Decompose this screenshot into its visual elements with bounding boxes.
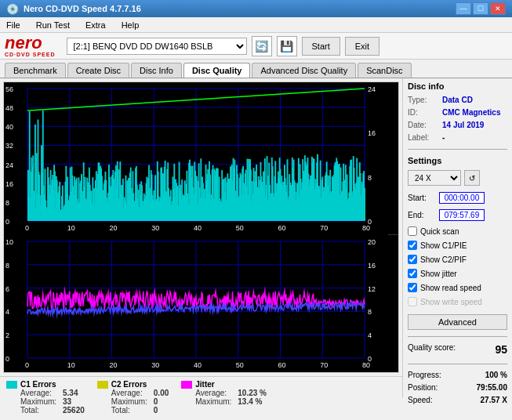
speed-label: Speed: xyxy=(408,396,433,404)
quality-score-value: 95 xyxy=(495,343,507,356)
main-content: C1 Errors Average: 5.34 Maximum: 33 Tota… xyxy=(0,78,512,398)
disc-id-row: ID: CMC Magnetics xyxy=(408,108,507,117)
window-controls: — ☐ ✕ xyxy=(456,2,506,15)
maximize-button[interactable]: ☐ xyxy=(473,2,488,15)
show-write-speed-row: Show write speed xyxy=(408,297,507,306)
tab-advanced-disc-quality[interactable]: Advanced Disc Quality xyxy=(252,63,356,78)
c2-max-value: 0 xyxy=(154,397,158,406)
disc-info-title: Disc info xyxy=(408,81,507,91)
disc-date-row: Date: 14 Jul 2019 xyxy=(408,121,507,129)
drive-select[interactable]: [2:1] BENQ DVD DD DW1640 BSLB xyxy=(67,38,247,55)
c2-label: C2 Errors xyxy=(111,380,147,389)
advanced-button[interactable]: Advanced xyxy=(408,314,507,330)
menu-help[interactable]: Help xyxy=(118,20,143,31)
settings-title: Settings xyxy=(408,156,507,165)
menu-file[interactable]: File xyxy=(3,20,24,31)
legend-jitter: Jitter Average: 10.23 % Maximum: 13.4 % xyxy=(181,380,267,415)
show-c1-pie-checkbox[interactable] xyxy=(408,241,417,250)
legend-c2-title: C2 Errors xyxy=(97,380,169,389)
chart-area xyxy=(3,81,399,373)
divider-1 xyxy=(408,149,507,150)
c1-max-label: Maximum: xyxy=(20,397,60,406)
disc-id-value: CMC Magnetics xyxy=(442,108,500,117)
legend-c1: C1 Errors Average: 5.34 Maximum: 33 Tota… xyxy=(6,380,85,415)
side-panel: Disc info Type: Data CD ID: CMC Magnetic… xyxy=(402,78,512,398)
position-label: Position: xyxy=(408,383,438,392)
c1-label: C1 Errors xyxy=(20,380,56,389)
tab-disc-quality[interactable]: Disc Quality xyxy=(183,63,251,78)
c2-total-row: Total: 0 xyxy=(111,406,169,415)
menu-extra[interactable]: Extra xyxy=(82,20,109,31)
c2-avg-value: 0.00 xyxy=(154,389,169,397)
save-icon-button[interactable]: 💾 xyxy=(277,36,297,56)
show-write-speed-checkbox[interactable] xyxy=(408,297,417,306)
show-c1-pie-label: Show C1/PIE xyxy=(420,241,467,250)
c2-avg-row: Average: 0.00 xyxy=(111,389,169,397)
jitter-max-value: 13.4 % xyxy=(238,397,262,406)
speed-row-progress: Speed: 27.57 X xyxy=(408,396,507,404)
settings-refresh-button[interactable]: ↺ xyxy=(464,170,480,186)
title-bar: 💿 Nero CD-DVD Speed 4.7.7.16 — ☐ ✕ xyxy=(0,0,512,17)
c1-avg-value: 5.34 xyxy=(63,389,78,397)
upper-chart xyxy=(4,82,398,235)
quality-score-label: Quality score: xyxy=(408,343,456,356)
end-time-label: End: xyxy=(408,211,436,219)
show-read-speed-label: Show read speed xyxy=(420,284,481,292)
jitter-color-swatch xyxy=(181,381,192,389)
c2-color-swatch xyxy=(97,381,108,389)
divider-2 xyxy=(408,336,507,337)
nero-sub-logo: CD·DVD SPEED xyxy=(5,52,56,57)
jitter-avg-value: 10.23 % xyxy=(238,389,267,397)
nero-logo-block: nero CD·DVD SPEED xyxy=(5,34,56,57)
tab-bar: Benchmark Create Disc Disc Info Disc Qua… xyxy=(0,60,512,78)
exit-button[interactable]: Exit xyxy=(345,37,379,56)
start-time-row: Start: 000:00.00 xyxy=(408,192,507,204)
quality-score-row: Quality score: 95 xyxy=(408,343,507,356)
jitter-max-label: Maximum: xyxy=(195,397,234,406)
app-title: Nero CD-DVD Speed 4.7.7.16 xyxy=(24,4,141,13)
quick-scan-checkbox[interactable] xyxy=(408,226,417,236)
disc-label-row: Label: - xyxy=(408,133,507,142)
start-button[interactable]: Start xyxy=(302,37,340,56)
show-c2-pif-checkbox[interactable] xyxy=(408,255,417,264)
lower-chart xyxy=(4,235,398,372)
show-c2-pif-row: Show C2/PIF xyxy=(408,255,507,264)
speed-value: 27.57 X xyxy=(481,396,507,404)
disc-date-value: 14 Jul 2019 xyxy=(442,121,484,129)
legend-jitter-title: Jitter xyxy=(181,380,267,389)
app-icon: 💿 xyxy=(6,3,19,15)
quick-scan-label: Quick scan xyxy=(420,227,459,236)
toolbar: nero CD·DVD SPEED [2:1] BENQ DVD DD DW16… xyxy=(0,33,512,60)
disc-type-label: Type: xyxy=(408,96,439,104)
menu-runtest[interactable]: Run Test xyxy=(33,20,73,31)
disc-date-label: Date: xyxy=(408,121,439,129)
title-bar-left: 💿 Nero CD-DVD Speed 4.7.7.16 xyxy=(6,3,141,15)
c1-max-value: 33 xyxy=(63,397,71,406)
progress-row: Progress: 100 % xyxy=(408,371,507,379)
c1-max-row: Maximum: 33 xyxy=(20,397,85,406)
progress-value: 100 % xyxy=(485,371,507,379)
c2-avg-label: Average: xyxy=(111,389,151,397)
show-c1-pie-row: Show C1/PIE xyxy=(408,241,507,250)
show-c2-pif-label: Show C2/PIF xyxy=(420,255,467,264)
refresh-icon-button[interactable]: 🔄 xyxy=(252,36,272,56)
tab-scan-disc[interactable]: ScanDisc xyxy=(358,63,411,78)
c1-stats: Average: 5.34 Maximum: 33 Total: 25620 xyxy=(6,389,85,415)
position-value: 79:55.00 xyxy=(477,383,507,392)
speed-select[interactable]: 24 X xyxy=(408,170,461,186)
show-jitter-checkbox[interactable] xyxy=(408,269,417,278)
disc-label-label: Label: xyxy=(408,133,439,142)
show-read-speed-checkbox[interactable] xyxy=(408,283,417,292)
tab-create-disc[interactable]: Create Disc xyxy=(67,63,129,78)
tab-benchmark[interactable]: Benchmark xyxy=(5,63,66,78)
c2-total-label: Total: xyxy=(111,406,151,415)
close-button[interactable]: ✕ xyxy=(490,2,506,15)
jitter-label: Jitter xyxy=(195,380,214,389)
start-time-label: Start: xyxy=(408,194,436,202)
jitter-max-row: Maximum: 13.4 % xyxy=(195,397,267,406)
disc-type-value: Data CD xyxy=(442,96,473,104)
c2-total-value: 0 xyxy=(154,406,158,415)
tab-disc-info[interactable]: Disc Info xyxy=(131,63,182,78)
disc-type-row: Type: Data CD xyxy=(408,96,507,104)
minimize-button[interactable]: — xyxy=(456,2,471,15)
